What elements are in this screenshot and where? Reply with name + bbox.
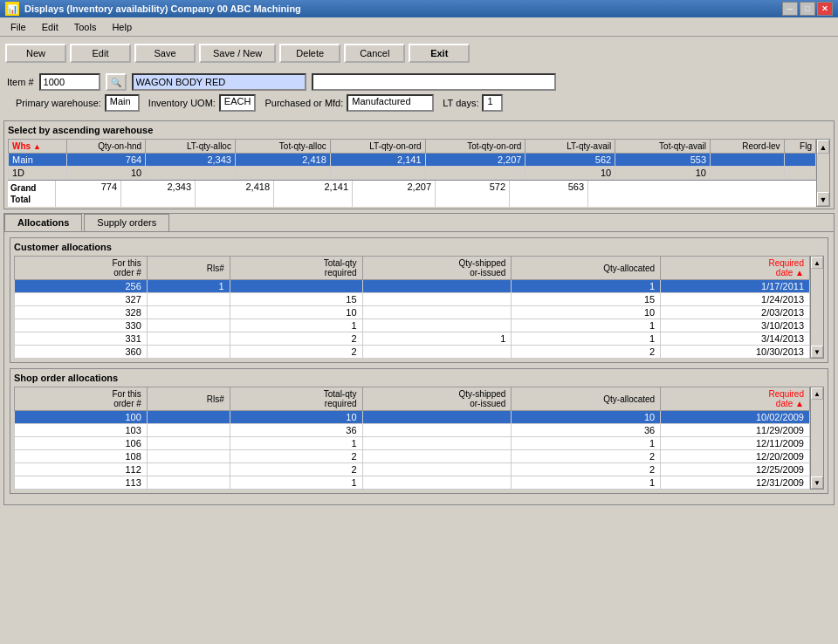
purchased-mfd-group: Purchased or Mfd: Manufactured [264, 94, 434, 112]
warehouse-row[interactable]: 1D101010 [9, 167, 816, 180]
shop-alloc-row[interactable]: 103363611/29/2009 [15, 424, 810, 437]
tot-qty-on-ord-col-header: Tot-qty-on-ord [425, 140, 525, 154]
gt-empty [588, 181, 816, 207]
menu-bar: File Edit Tools Help [0, 17, 838, 37]
ca-scroll-up[interactable]: ▲ [811, 257, 823, 269]
item-row: Item # 🔍 [7, 73, 831, 91]
item-label: Item # [7, 77, 34, 87]
customer-alloc-row[interactable]: 330113/10/2013 [15, 319, 810, 332]
inventory-uom-label: Inventory UOM: [148, 98, 216, 108]
warehouse-scrollbar[interactable]: ▲ ▼ [816, 139, 830, 207]
shop-alloc-row[interactable]: 1082212/20/2009 [15, 450, 810, 463]
maximize-button[interactable]: □ [800, 2, 815, 16]
customer-alloc-table-wrapper: For thisorder # Rls# Total-qtyrequired Q… [14, 256, 824, 359]
purchased-mfd-value: Manufactured [347, 94, 434, 112]
item-number-input[interactable] [39, 73, 100, 91]
tab-supply-orders[interactable]: Supply orders [84, 214, 169, 231]
customer-alloc-row[interactable]: 3312113/14/2013 [15, 332, 810, 346]
gt-lt-qty-on-ord: 2,141 [274, 181, 353, 207]
shop-alloc-row[interactable]: 1061112/11/2009 [15, 437, 810, 450]
ca-qty-allocated-header: Qty-allocated [512, 257, 661, 280]
so-qty-shipped-header: Qty-shippedor-issued [362, 387, 512, 411]
so-qty-allocated-header: Qty-allocated [512, 387, 661, 411]
so-req-date-header[interactable]: Requireddate ▲ [661, 387, 810, 411]
shop-alloc-table: For thisorder # Rls# Total-qtyrequired Q… [14, 387, 810, 490]
gt-qty-on-hnd: 774 [56, 181, 121, 207]
shop-alloc-row[interactable]: 100101010/02/2009 [15, 411, 810, 424]
warehouse-table-scroll: Whs ▲ Qty-on-hnd LT-qty-alloc Tot-qty-al… [8, 139, 816, 207]
warehouse-row[interactable]: Main7642,3432,4182,1412,207562553 [9, 154, 816, 167]
customer-alloc-row[interactable]: 3602210/30/2013 [15, 346, 810, 359]
inventory-uom-group: Inventory UOM: EACH [148, 94, 257, 112]
so-scrollbar[interactable]: ▲ ▼ [810, 387, 824, 490]
item-desc2-input[interactable] [312, 73, 556, 91]
ca-scroll-down[interactable]: ▼ [811, 346, 823, 358]
warehouse-table: Whs ▲ Qty-on-hnd LT-qty-alloc Tot-qty-al… [8, 139, 816, 180]
save-new-button[interactable]: Save / New [199, 44, 276, 63]
tab-bar: Allocations Supply orders [4, 214, 834, 232]
ca-scrollbar[interactable]: ▲ ▼ [810, 256, 824, 359]
shop-alloc-row[interactable]: 1131112/31/2009 [15, 476, 810, 490]
primary-warehouse-group: Primary warehouse: Main [16, 94, 140, 112]
qty-on-hnd-col-header: Qty-on-hnd [66, 140, 146, 154]
tot-qty-alloc-col-header: Tot-qty-alloc [235, 140, 330, 154]
scroll-down-btn[interactable]: ▼ [817, 192, 829, 206]
ca-scroll-track [811, 269, 823, 346]
ca-order-num-header: For thisorder # [15, 257, 148, 280]
warehouse-table-wrapper: Whs ▲ Qty-on-hnd LT-qty-alloc Tot-qty-al… [8, 139, 830, 207]
shop-alloc-table-wrapper: For thisorder # Rls# Total-qtyrequired Q… [14, 387, 824, 490]
warehouse-section: Select by ascending warehouse [3, 120, 835, 209]
menu-file[interactable]: File [3, 20, 33, 34]
menu-edit[interactable]: Edit [35, 20, 65, 34]
lt-qty-alloc-col-header: LT-qty-alloc [146, 140, 236, 154]
so-order-num-header: For thisorder # [15, 387, 148, 411]
save-button[interactable]: Save [134, 44, 196, 63]
so-scroll-up[interactable]: ▲ [811, 387, 823, 400]
item-desc-input[interactable] [132, 73, 306, 91]
lt-days-label: LT days: [443, 98, 478, 108]
customer-alloc-row[interactable]: 32715151/24/2013 [15, 293, 810, 306]
lt-days-group: LT days: 1 [443, 94, 503, 112]
customer-alloc-table: For thisorder # Rls# Total-qtyrequired Q… [14, 256, 810, 359]
menu-tools[interactable]: Tools [67, 20, 104, 34]
form-row2: Primary warehouse: Main Inventory UOM: E… [7, 94, 831, 112]
reord-lev-col-header: Reord-lev [711, 140, 785, 154]
exit-button[interactable]: Exit [409, 44, 470, 63]
tot-qty-avail-col-header: Tot-qty-avail [615, 140, 711, 154]
tab-allocations[interactable]: Allocations [4, 214, 82, 231]
cancel-button[interactable]: Cancel [344, 44, 405, 63]
warehouse-section-title: Select by ascending warehouse [8, 125, 830, 135]
delete-button[interactable]: Delete [279, 44, 340, 63]
title-bar-controls[interactable]: ─ □ ✕ [782, 2, 833, 16]
customer-alloc-row[interactable]: 256111/17/2011 [15, 280, 810, 293]
search-button[interactable]: 🔍 [106, 73, 127, 91]
tab-section: Allocations Supply orders Customer alloc… [3, 213, 835, 505]
close-button[interactable]: ✕ [817, 2, 833, 16]
customer-alloc-row[interactable]: 32810102/03/2013 [15, 306, 810, 319]
title-text: Displays (Inventory availability) Compan… [24, 3, 301, 14]
new-button[interactable]: New [5, 44, 66, 63]
so-rls-header: Rls# [147, 387, 230, 411]
purchased-mfd-label: Purchased or Mfd: [264, 98, 343, 108]
scroll-up-btn[interactable]: ▲ [817, 140, 829, 154]
lt-days-value: 1 [482, 94, 503, 112]
gt-tot-qty-avail: 563 [510, 181, 588, 207]
main-window: New Edit Save Save / New Delete Cancel E… [0, 37, 838, 644]
ca-req-date-header[interactable]: Requireddate ▲ [661, 257, 810, 280]
grand-total-row: GrandTotal 774 2,343 2,418 2,141 2,207 5… [8, 180, 816, 207]
so-scroll-down[interactable]: ▼ [811, 476, 823, 489]
shop-alloc-row[interactable]: 1122212/25/2009 [15, 463, 810, 476]
menu-help[interactable]: Help [105, 20, 139, 34]
primary-warehouse-label: Primary warehouse: [16, 98, 101, 108]
edit-button[interactable]: Edit [70, 44, 131, 63]
customer-allocations-section: Customer allocations [10, 237, 828, 363]
minimize-button[interactable]: ─ [782, 2, 798, 16]
grand-total-values: 774 2,343 2,418 2,141 2,207 572 563 [56, 181, 816, 207]
so-scroll-track [811, 400, 823, 476]
scroll-track [817, 154, 829, 192]
form-area: Item # 🔍 Primary warehouse: Main Invento… [3, 70, 835, 120]
whs-col-header[interactable]: Whs ▲ [9, 140, 67, 154]
ca-total-qty-header: Total-qtyrequired [230, 257, 362, 280]
app-icon: 📊 [5, 2, 19, 16]
shop-order-allocations-section: Shop order allocations [10, 368, 828, 494]
